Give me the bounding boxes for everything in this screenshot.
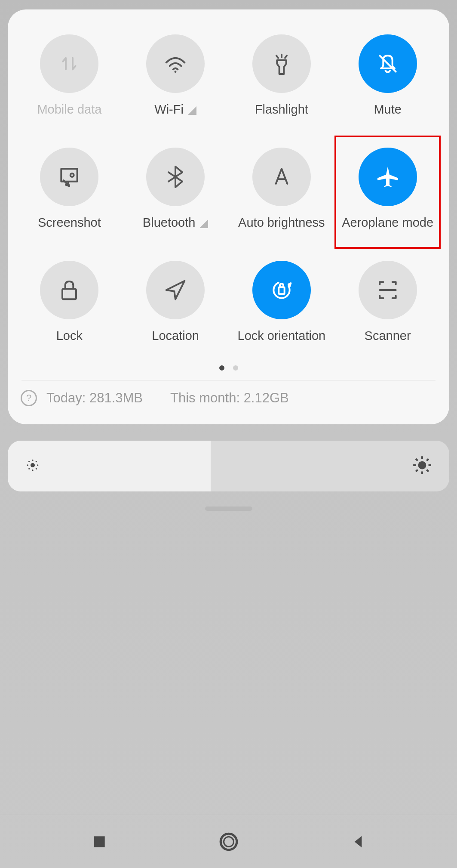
svg-rect-7 xyxy=(62,289,76,299)
bluetooth-icon[interactable] xyxy=(146,148,205,206)
data-usage-row[interactable]: ? Today: 281.3MB This month: 2.12GB xyxy=(8,380,449,416)
svg-point-6 xyxy=(71,173,74,177)
svg-line-4 xyxy=(380,56,396,71)
svg-point-17 xyxy=(36,461,37,462)
tile-scanner[interactable]: Scanner xyxy=(334,249,441,362)
tile-label: Mobile data xyxy=(37,102,101,117)
svg-line-2 xyxy=(276,56,278,58)
aeroplane-icon[interactable] xyxy=(359,148,417,206)
lock-icon[interactable] xyxy=(40,261,98,319)
location-icon[interactable] xyxy=(146,261,205,319)
quick-settings-grid: Mobile dataWi-FiFlashlightMuteScreenshot… xyxy=(8,22,449,362)
brightness-high-icon xyxy=(411,454,433,478)
svg-point-15 xyxy=(37,464,38,466)
tile-screenshot[interactable]: Screenshot xyxy=(16,136,123,249)
tile-label: Bluetooth xyxy=(143,216,209,230)
brightness-slider[interactable] xyxy=(8,441,449,491)
scanner-icon[interactable] xyxy=(359,261,417,319)
tile-wifi[interactable]: Wi-Fi xyxy=(123,22,229,136)
svg-point-31 xyxy=(224,837,233,846)
tile-bluetooth[interactable]: Bluetooth xyxy=(123,136,229,249)
svg-rect-29 xyxy=(94,836,104,847)
home-button[interactable] xyxy=(212,825,246,859)
tile-label: Aeroplane mode xyxy=(342,216,433,230)
quick-settings-panel: Mobile dataWi-FiFlashlightMuteScreenshot… xyxy=(8,9,449,424)
svg-point-18 xyxy=(28,468,30,470)
page-dot[interactable] xyxy=(233,365,238,371)
today-usage-text: Today: 281.3MB xyxy=(46,390,143,406)
back-button[interactable] xyxy=(341,825,375,859)
tile-flashlight[interactable]: Flashlight xyxy=(229,22,335,136)
tile-label: Auto brightness xyxy=(238,216,325,230)
svg-line-27 xyxy=(416,470,417,471)
tile-lock[interactable]: Lock xyxy=(16,249,123,362)
svg-point-12 xyxy=(32,460,33,461)
page-dot[interactable] xyxy=(219,365,224,371)
signal-strength-icon xyxy=(188,106,196,115)
svg-rect-9 xyxy=(279,287,284,294)
tile-mute[interactable]: Mute xyxy=(334,22,441,136)
tile-label: Screenshot xyxy=(38,216,101,230)
mobile-data-icon[interactable] xyxy=(40,34,98,93)
screenshot-icon[interactable] xyxy=(40,148,98,206)
tile-label: Wi-Fi xyxy=(154,102,196,117)
flashlight-icon[interactable] xyxy=(252,34,311,93)
tile-auto-brightness[interactable]: Auto brightness xyxy=(229,136,335,249)
brightness-low-icon xyxy=(24,457,41,476)
tile-label: Lock xyxy=(56,329,83,343)
svg-line-25 xyxy=(416,459,417,460)
system-nav-bar xyxy=(0,815,457,868)
svg-point-30 xyxy=(221,834,237,850)
tile-lock-orientation[interactable]: Lock orientation xyxy=(229,249,335,362)
mute-icon[interactable] xyxy=(359,34,417,93)
page-indicator[interactable] xyxy=(8,362,449,380)
lock-orientation-icon[interactable] xyxy=(252,261,311,319)
tile-aeroplane-mode[interactable]: Aeroplane mode xyxy=(334,136,441,249)
svg-point-11 xyxy=(31,463,34,467)
svg-line-28 xyxy=(426,459,428,460)
svg-point-0 xyxy=(175,71,177,73)
svg-point-13 xyxy=(32,470,33,471)
tile-mobile-data[interactable]: Mobile data xyxy=(16,22,123,136)
recent-apps-button[interactable] xyxy=(82,825,117,859)
panel-drag-handle[interactable] xyxy=(205,507,252,511)
svg-point-19 xyxy=(36,468,37,470)
tile-label: Flashlight xyxy=(255,102,308,117)
signal-strength-icon xyxy=(199,219,208,228)
tile-label: Location xyxy=(152,329,199,343)
svg-line-26 xyxy=(426,470,428,471)
auto-brightness-icon[interactable] xyxy=(252,148,311,206)
tile-label: Scanner xyxy=(365,329,411,343)
tile-location[interactable]: Location xyxy=(123,249,229,362)
svg-point-14 xyxy=(27,464,28,466)
svg-point-16 xyxy=(28,461,30,462)
tile-label: Mute xyxy=(374,102,401,117)
help-icon: ? xyxy=(21,390,37,406)
svg-point-20 xyxy=(419,462,426,469)
tile-label: Lock orientation xyxy=(238,329,326,343)
month-usage-text: This month: 2.12GB xyxy=(170,390,289,406)
svg-line-3 xyxy=(285,56,287,58)
wifi-icon[interactable] xyxy=(146,34,205,93)
